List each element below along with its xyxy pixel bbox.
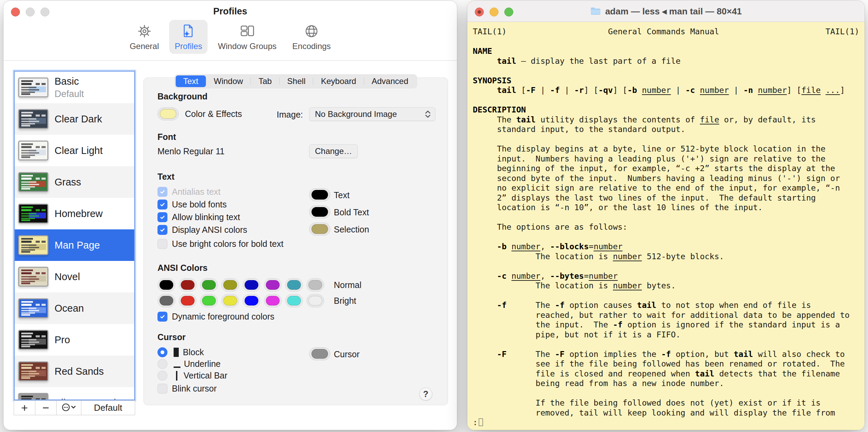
- tab-advanced[interactable]: Advanced: [364, 75, 416, 87]
- profile-name: Grass: [55, 177, 81, 188]
- ansi-bright-swatch-0[interactable]: [157, 294, 175, 308]
- remove-profile-button[interactable]: −: [35, 401, 57, 415]
- selection-color-well[interactable]: [309, 223, 330, 236]
- ansi-bright-swatch-4[interactable]: [243, 294, 260, 308]
- ansi-bright-swatch-1[interactable]: [179, 294, 197, 308]
- profile-row-man-page[interactable]: Man Page: [15, 229, 134, 261]
- profile-row-clear-light[interactable]: Clear Light: [15, 135, 134, 166]
- add-profile-button[interactable]: +: [14, 401, 35, 415]
- toolbar-item-window-groups[interactable]: Window Groups: [212, 20, 282, 54]
- color-well-row-text: [309, 188, 330, 201]
- text-color-well[interactable]: [309, 188, 330, 201]
- profile-row-grass[interactable]: Grass: [15, 166, 134, 198]
- radio-label: Underline: [184, 359, 221, 369]
- radio-button[interactable]: [157, 347, 167, 357]
- checkbox[interactable]: [157, 200, 167, 209]
- tab-window[interactable]: Window: [206, 75, 250, 87]
- checkbox-row-display-ansi-colors[interactable]: Display ANSI colors: [157, 225, 247, 235]
- profile-row-novel[interactable]: Novel: [15, 261, 134, 292]
- cursor-color-row: [309, 347, 330, 360]
- checkbox-row-allow-blinking-text[interactable]: Allow blinking text: [157, 212, 240, 222]
- blink-cursor-row[interactable]: Blink cursor: [157, 384, 217, 394]
- profile-name: Red Sands: [55, 366, 104, 377]
- profile-row-ocean[interactable]: Ocean: [15, 292, 134, 324]
- checkbox-row-use-bold-fonts[interactable]: Use bold fonts: [157, 200, 227, 209]
- toolbar-item-encodings[interactable]: Encodings: [287, 20, 336, 54]
- section-title-cursor: Cursor: [157, 332, 186, 342]
- ellipsis-circle-chevron-icon: [61, 402, 77, 414]
- cursor-option-vertical-bar[interactable]: Vertical Bar: [157, 371, 227, 381]
- ansi-normal-swatch-1[interactable]: [179, 278, 197, 292]
- background-color-well[interactable]: [157, 107, 179, 120]
- profile-thumbnail: [18, 330, 48, 350]
- cursor-option-block[interactable]: Block: [157, 347, 204, 357]
- blink-cursor-checkbox[interactable]: [157, 384, 167, 394]
- profile-row-homebrew[interactable]: Homebrew: [15, 198, 134, 229]
- toolbar-item-general[interactable]: General: [124, 20, 164, 54]
- block-cursor-glyph: [174, 348, 179, 357]
- ansi-normal-swatch-5[interactable]: [264, 278, 282, 292]
- tab-keyboard[interactable]: Keyboard: [313, 75, 364, 87]
- color-well-label: Selection: [334, 225, 369, 235]
- terminal-text[interactable]: TAIL(1) General Commands Manual TAIL(1) …: [467, 22, 865, 430]
- ansi-normal-swatch-2[interactable]: [200, 278, 218, 292]
- bold-text-color-well[interactable]: [309, 205, 330, 218]
- profile-row-red-sands[interactable]: Red Sands: [15, 356, 134, 387]
- tab-bar: TextWindowTabShellKeyboardAdvanced: [175, 74, 417, 88]
- profile-name: Ocean: [55, 303, 84, 314]
- ansi-bright-swatch-5[interactable]: [264, 294, 282, 308]
- tab-shell[interactable]: Shell: [280, 75, 313, 87]
- profile-row-silver-aerogel[interactable]: Silver Aerogel: [15, 387, 134, 400]
- profile-thumbnail: [18, 141, 48, 160]
- document-gear-icon: [180, 23, 196, 39]
- radio-label: Vertical Bar: [184, 371, 227, 381]
- ansi-normal-swatch-7[interactable]: [306, 278, 324, 292]
- radio-button[interactable]: [157, 371, 167, 381]
- default-profile-button[interactable]: Default: [81, 401, 135, 415]
- checkbox[interactable]: [157, 225, 167, 235]
- change-font-button[interactable]: Change…: [309, 144, 358, 158]
- toolbar-item-profiles[interactable]: Profiles: [169, 20, 208, 54]
- checkbox-row-use-bright-colors-for-bold-text[interactable]: Use bright colors for bold text: [157, 239, 283, 249]
- profile-name: Pro: [55, 334, 70, 346]
- cursor-color-well[interactable]: [309, 347, 330, 360]
- background-image-popup[interactable]: No Background Image: [309, 107, 435, 121]
- ansi-bright-swatch-7[interactable]: [306, 294, 324, 308]
- dynamic-foreground-row[interactable]: Dynamic foreground colors: [157, 312, 274, 322]
- color-well-row-bold-text: [309, 205, 330, 218]
- help-button[interactable]: ?: [419, 387, 432, 400]
- settings-toolbar: General Profiles: [3, 20, 457, 54]
- profile-name: Homebrew: [55, 208, 103, 219]
- tab-tab[interactable]: Tab: [251, 75, 279, 87]
- toolbar-label: Profiles: [175, 41, 202, 51]
- image-label: Image:: [247, 110, 303, 120]
- color-well-row-selection: [309, 223, 330, 236]
- ansi-normal-swatch-3[interactable]: [221, 278, 239, 292]
- checkbox[interactable]: [157, 239, 167, 249]
- profile-thumbnail: [18, 361, 48, 381]
- profile-thumbnail: [18, 393, 48, 400]
- terminal-cursor: [479, 418, 483, 426]
- section-title-ansi: ANSI Colors: [157, 263, 208, 273]
- checkbox[interactable]: [157, 187, 167, 197]
- checkbox[interactable]: [157, 212, 167, 222]
- cursor-option-underline[interactable]: Underline: [157, 359, 221, 369]
- tab-text[interactable]: Text: [176, 75, 206, 87]
- ansi-normal-swatch-0[interactable]: [157, 278, 175, 292]
- ansi-bright-swatch-2[interactable]: [200, 294, 218, 308]
- ansi-bright-swatch-6[interactable]: [285, 294, 303, 308]
- gear-icon: [137, 23, 152, 39]
- profile-actions-button[interactable]: [57, 401, 81, 415]
- ansi-normal-swatch-6[interactable]: [285, 278, 303, 292]
- profile-row-clear-dark[interactable]: Clear Dark: [15, 103, 134, 135]
- checkbox-row-antialias-text[interactable]: Antialias text: [157, 187, 221, 197]
- profile-list-toolbar: + − Default: [14, 400, 135, 415]
- terminal-window: adam — less ◂ man tail — 80×41 TAIL(1) G…: [467, 1, 865, 430]
- ansi-normal-swatch-4[interactable]: [243, 278, 260, 292]
- dynamic-foreground-checkbox[interactable]: [157, 312, 167, 322]
- ansi-bright-swatch-3[interactable]: [221, 294, 239, 308]
- profile-row-basic[interactable]: BasicDefault: [15, 72, 134, 103]
- radio-button[interactable]: [157, 359, 167, 369]
- profile-row-pro[interactable]: Pro: [15, 324, 134, 356]
- folder-icon: [590, 7, 601, 16]
